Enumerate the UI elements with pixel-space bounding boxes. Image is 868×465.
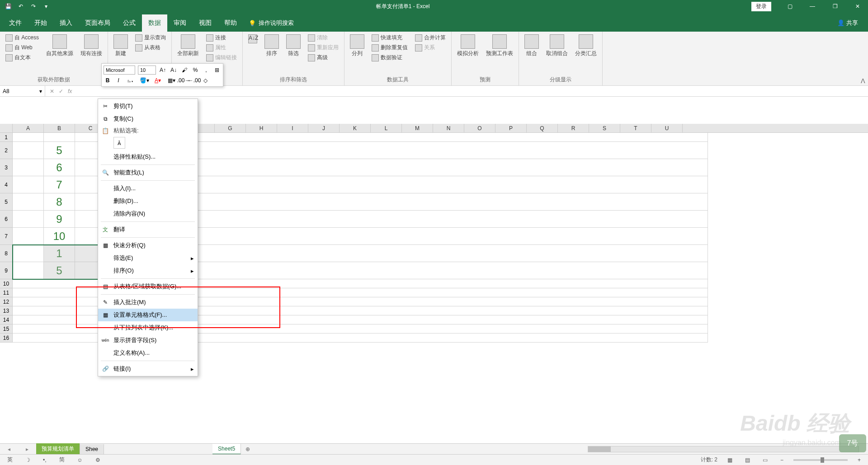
view-page-icon[interactable]: ▤ [742,457,753,463]
ctx-clear[interactable]: 清除内容(N) [98,207,198,220]
row-header[interactable]: 7 [0,228,13,245]
name-box[interactable]: A8▾ [0,86,45,96]
col-header[interactable]: Q [527,124,558,132]
ime-moon-icon[interactable]: ☽ [23,457,33,463]
chevron-down-icon[interactable]: ▾ [39,88,42,94]
col-header[interactable]: M [402,124,433,132]
new-query-button[interactable]: 新建 [112,33,130,58]
ctx-delete[interactable]: 删除(D)... [98,195,198,207]
fx-icon[interactable]: fx [68,88,72,94]
ctx-smart-lookup[interactable]: 🔍智能查找(L) [98,166,198,179]
sheet-tab[interactable]: 预算规划清单 [36,443,80,455]
percent-icon[interactable]: % [191,66,199,74]
from-web-button[interactable]: 自 Web [4,43,41,52]
flash-fill-button[interactable]: 快速填充 [370,33,410,42]
col-header[interactable]: U [651,124,683,132]
ime-indicator[interactable]: 英 [5,456,15,464]
redo-icon[interactable]: ↷ [29,2,38,11]
ctx-pick-from-dropdown[interactable]: 从下拉列表中选择(K)... [98,321,198,334]
row-header[interactable]: 10 [0,279,13,288]
ungroup-button[interactable]: 取消组合 [544,33,570,58]
increase-decimal-icon[interactable]: .00→ [179,76,188,85]
show-queries-button[interactable]: 显示查询 [133,33,168,42]
relationships-button[interactable]: 关系 [413,43,448,52]
view-pagebreak-icon[interactable]: ▭ [760,457,770,463]
col-header[interactable]: O [464,124,495,132]
col-header[interactable]: L [371,124,402,132]
increase-font-icon[interactable]: A↑ [159,66,167,74]
advanced-filter-button[interactable]: 高级 [306,53,340,62]
cell-b5[interactable]: 8 [44,193,75,211]
row-header[interactable]: 8 [0,245,13,262]
decrease-font-icon[interactable]: A↓ [170,66,178,74]
ctx-link[interactable]: 🔗链接(I)▸ [98,362,198,375]
view-normal-icon[interactable]: ▦ [725,457,735,463]
sheet-nav[interactable]: ◂▸ [0,446,36,452]
minimize-icon[interactable]: — [802,0,823,13]
ctx-paste-special[interactable]: 选择性粘贴(S)... [98,150,198,163]
decrease-decimal-icon[interactable]: ←.00 [190,76,198,85]
row-header[interactable]: 15 [0,324,13,333]
horizontal-scrollbar[interactable] [588,446,859,452]
existing-connections-button[interactable]: 现有连接 [79,33,104,58]
cell-b3[interactable]: 6 [44,159,75,176]
tab-file[interactable]: 文件 [3,14,28,32]
qat-dropdown-icon[interactable]: ▾ [42,2,51,11]
ctx-copy[interactable]: ⧉复制(C) [98,113,198,125]
tab-layout[interactable]: 页面布局 [79,14,117,32]
from-access-button[interactable]: 自 Access [4,33,41,42]
bold-icon[interactable]: B [104,76,112,85]
row-header[interactable]: 14 [0,315,13,324]
ctx-sort[interactable]: 排序(O)▸ [98,264,198,277]
edit-links-button[interactable]: 编辑链接 [204,53,239,62]
row-header[interactable]: 13 [0,306,13,315]
borders-icon[interactable]: ▦▾ [166,76,177,85]
tab-data[interactable]: 数据 [142,14,167,32]
ime-gear-icon[interactable]: ⚙ [93,457,103,463]
row-header[interactable]: 12 [0,297,13,306]
font-color-icon[interactable]: A▾ [152,76,163,85]
col-header[interactable]: P [495,124,527,132]
row-header[interactable]: 16 [0,333,13,343]
cell-b9[interactable]: 5 [44,262,75,279]
zoom-out-icon[interactable]: − [778,457,786,463]
cell-b8[interactable]: 1 [44,245,75,262]
row-header[interactable]: 5 [0,193,13,211]
font-name-input[interactable] [104,66,135,75]
col-header[interactable]: S [589,124,620,132]
col-header[interactable]: J [308,124,340,132]
forecast-sheet-button[interactable]: 预测工作表 [484,33,515,58]
ime-comma-icon[interactable]: •, [40,457,49,463]
from-text-button[interactable]: 自文本 [4,53,41,62]
data-validation-button[interactable]: 数据验证 [370,53,410,62]
zoom-slider[interactable] [793,459,848,461]
clear-filter-button[interactable]: 清除 [306,33,340,42]
filter-button[interactable]: 筛选 [284,33,302,58]
tab-formulas[interactable]: 公式 [117,14,142,32]
add-sheet-button[interactable]: ⊕ [241,446,255,452]
save-icon[interactable]: 💾 [4,2,13,11]
ime-smiley-icon[interactable]: ☺ [75,457,85,463]
col-header[interactable]: G [215,124,246,132]
cell-b7[interactable]: 10 [44,228,75,245]
sheet-tab-active[interactable]: Sheet5 [212,444,241,455]
remove-duplicates-button[interactable]: 删除重复值 [370,43,410,52]
row-header[interactable]: 2 [0,142,13,159]
from-table-button[interactable]: 从表格 [133,43,168,52]
tab-view[interactable]: 视图 [193,14,218,32]
maximize-icon[interactable]: ❐ [825,0,845,13]
col-header[interactable]: R [558,124,589,132]
comma-icon[interactable]: , [202,66,210,74]
ime-simplified[interactable]: 简 [57,456,67,464]
format-painter-icon[interactable]: 🖌 [180,66,189,74]
fill-color-icon[interactable]: 🪣▾ [139,76,150,85]
ctx-define-name[interactable]: 定义名称(A)... [98,347,198,359]
tab-insert[interactable]: 插入 [53,14,79,32]
undo-icon[interactable]: ↶ [16,2,25,11]
row-header[interactable]: 11 [0,288,13,297]
tab-help[interactable]: 帮助 [218,14,243,32]
ctx-from-table[interactable]: ▤从表格/区域获取数据(G)... [98,280,198,293]
connections-button[interactable]: 连接 [204,33,239,42]
col-header[interactable]: B [44,124,75,132]
whatif-button[interactable]: 模拟分析 [455,33,481,58]
